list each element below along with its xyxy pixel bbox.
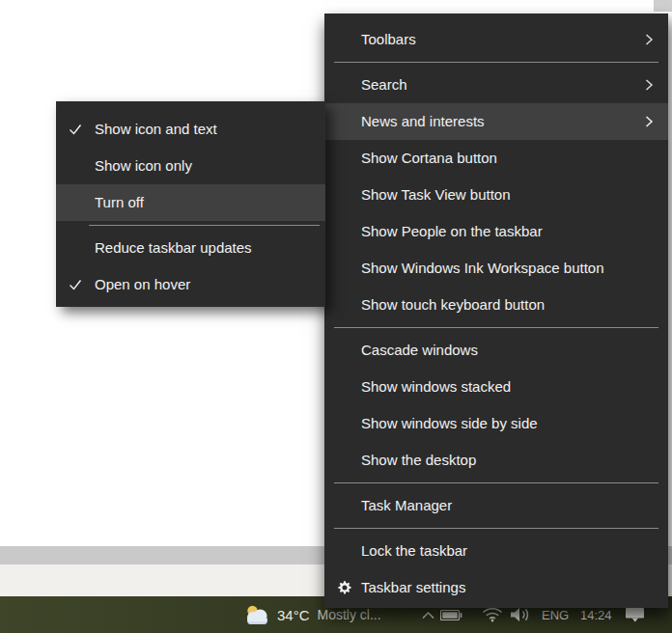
menu-item-cascade-windows[interactable]: Cascade windows [324,332,668,369]
chevron-right-icon [642,115,656,128]
menu-separator [89,225,320,226]
weather-condition: Mostly cl... [318,607,381,622]
news-and-interests-submenu: Show icon and text Show icon only Turn o… [56,101,325,307]
menu-item-label: Taskbar settings [361,579,465,595]
menu-item-reduce-taskbar-updates[interactable]: Reduce taskbar updates [56,230,325,266]
menu-item-show-task-view-button[interactable]: Show Task View button [324,177,668,213]
menu-item-label: Show Windows Ink Workspace button [361,260,604,276]
menu-item-taskbar-settings[interactable]: Taskbar settings [324,569,668,606]
taskbar-context-menu: Toolbars Search News and interests Show … [324,14,668,608]
menu-item-show-windows-stacked[interactable]: Show windows stacked [324,369,668,405]
menu-item-label: Open on hover [95,276,190,292]
menu-item-label: Show icon and text [95,121,217,137]
menu-item-label: Show People on the taskbar [361,223,543,239]
chevron-right-icon [642,33,656,46]
sun-behind-cloud-icon [243,604,269,626]
menu-item-label: Show touch keyboard button [361,296,545,313]
menu-item-label: Lock the taskbar [361,542,467,559]
menu-item-show-icon-and-text[interactable]: Show icon and text [56,111,325,148]
menu-item-label: Reduce taskbar updates [95,239,252,256]
menu-separator [334,327,658,328]
menu-item-show-people-on-taskbar[interactable]: Show People on the taskbar [324,213,668,250]
gear-icon [337,580,352,595]
menu-item-show-the-desktop[interactable]: Show the desktop [324,442,668,479]
menu-separator [334,528,658,529]
menu-item-label: Show windows side by side [361,415,538,431]
checkmark-icon [68,122,83,137]
background-scrollbar[interactable] [654,0,672,12]
menu-item-toolbars[interactable]: Toolbars [324,21,668,58]
menu-item-label: Show windows stacked [361,378,511,395]
menu-item-show-touch-keyboard-button[interactable]: Show touch keyboard button [324,287,668,323]
menu-item-label: Cascade windows [361,342,478,358]
weather-temperature: 34°C [277,607,310,623]
menu-separator [334,62,658,63]
menu-item-show-windows-side-by-side[interactable]: Show windows side by side [324,405,668,442]
menu-item-label: Show icon only [95,157,192,174]
menu-item-label: Show Task View button [361,186,511,203]
menu-item-news-and-interests[interactable]: News and interests [324,103,668,140]
menu-item-turn-off[interactable]: Turn off [56,184,325,221]
menu-item-label: Toolbars [361,31,416,47]
menu-item-label: Task Manager [361,497,452,513]
menu-item-label: Turn off [95,194,144,210]
menu-item-open-on-hover[interactable]: Open on hover [56,266,325,303]
menu-item-label: Search [361,76,407,93]
menu-item-search[interactable]: Search [324,67,668,103]
menu-item-label: News and interests [361,113,485,129]
menu-separator [334,482,658,483]
menu-item-show-cortana-button[interactable]: Show Cortana button [324,140,668,177]
menu-item-task-manager[interactable]: Task Manager [324,487,668,524]
menu-item-lock-the-taskbar[interactable]: Lock the taskbar [324,533,668,569]
menu-item-show-icon-only[interactable]: Show icon only [56,148,325,184]
menu-item-show-windows-ink-workspace-button[interactable]: Show Windows Ink Workspace button [324,250,668,287]
menu-item-label: Show Cortana button [361,150,497,166]
menu-item-label: Show the desktop [361,452,476,468]
chevron-right-icon [642,78,656,92]
checkmark-icon [68,277,83,292]
